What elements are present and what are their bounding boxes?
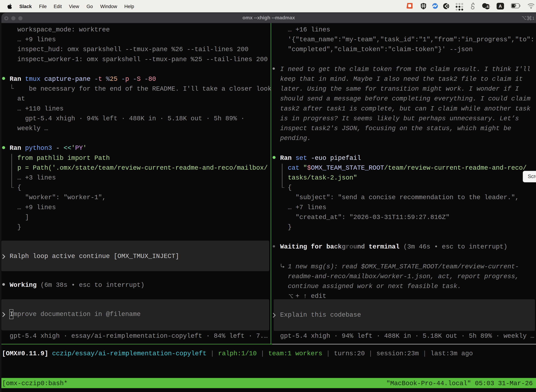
svg-text:1: 1 <box>532 16 534 21</box>
svg-text:..61: ..61 <box>485 5 490 9</box>
